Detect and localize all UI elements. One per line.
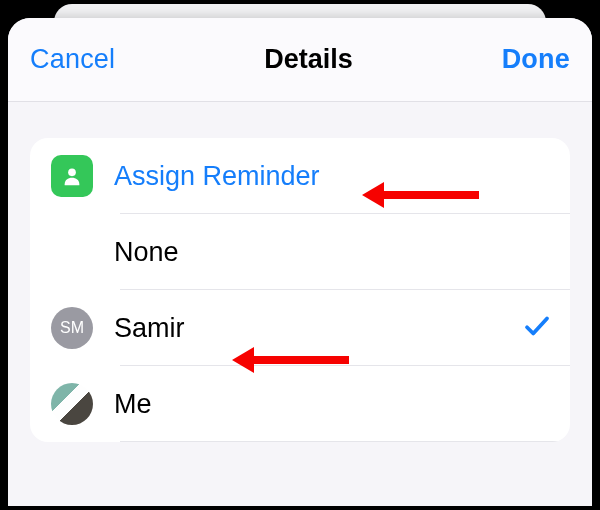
details-sheet: Cancel Details Done Assign Reminder [8,18,592,506]
content-area: Assign Reminder None SM Samir [8,102,592,442]
annotation-arrow-samir [241,356,349,364]
assign-reminder-label: Assign Reminder [114,161,552,192]
navbar: Cancel Details Done [8,18,592,102]
checkmark-icon [522,311,552,345]
cancel-button[interactable]: Cancel [30,44,115,75]
assignee-me-row[interactable]: Me [30,366,570,442]
assignee-none-label: None [114,237,552,268]
page-title: Details [264,44,353,75]
avatar-samir: SM [51,307,93,349]
assignee-none-row[interactable]: None [30,214,570,290]
assignee-samir-row[interactable]: SM Samir [30,290,570,366]
assign-reminder-row[interactable]: Assign Reminder [30,138,570,214]
avatar-me [51,383,93,425]
done-button[interactable]: Done [502,44,570,75]
assignee-samir-label: Samir [114,313,522,344]
svg-point-0 [68,168,76,176]
assign-card: Assign Reminder None SM Samir [30,138,570,442]
annotation-arrow-assign [371,191,479,199]
avatar-initials: SM [60,319,84,337]
person-silhouette-icon [61,165,83,187]
person-icon [51,155,93,197]
assignee-me-label: Me [114,389,552,420]
